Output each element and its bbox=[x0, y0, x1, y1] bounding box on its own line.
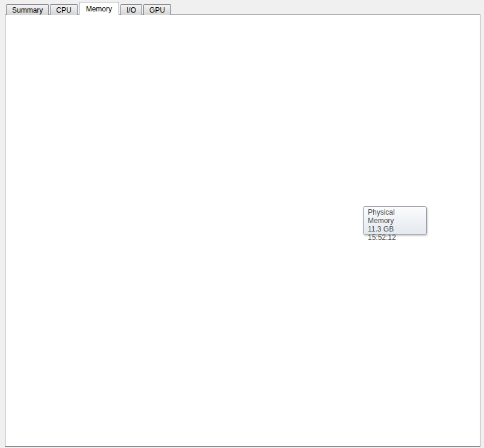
tab-gpu[interactable]: GPU bbox=[143, 4, 171, 15]
tab-summary[interactable]: Summary bbox=[6, 4, 49, 15]
tooltip-value: 11.3 GB bbox=[368, 225, 422, 233]
chart-tooltip: Physical Memory 11.3 GB 15:52:12 bbox=[363, 206, 427, 235]
tab-bar: Summary CPU Memory I/O GPU bbox=[6, 2, 172, 15]
system-information-memory-window: { "tabs": { "items": [ { "label": "Summa… bbox=[0, 0, 484, 448]
tab-memory[interactable]: Memory bbox=[79, 2, 119, 15]
tooltip-title: Physical Memory bbox=[368, 208, 422, 225]
tab-cpu[interactable]: CPU bbox=[50, 4, 77, 15]
tab-io[interactable]: I/O bbox=[120, 4, 142, 15]
tooltip-time: 15:52:12 bbox=[368, 233, 422, 242]
